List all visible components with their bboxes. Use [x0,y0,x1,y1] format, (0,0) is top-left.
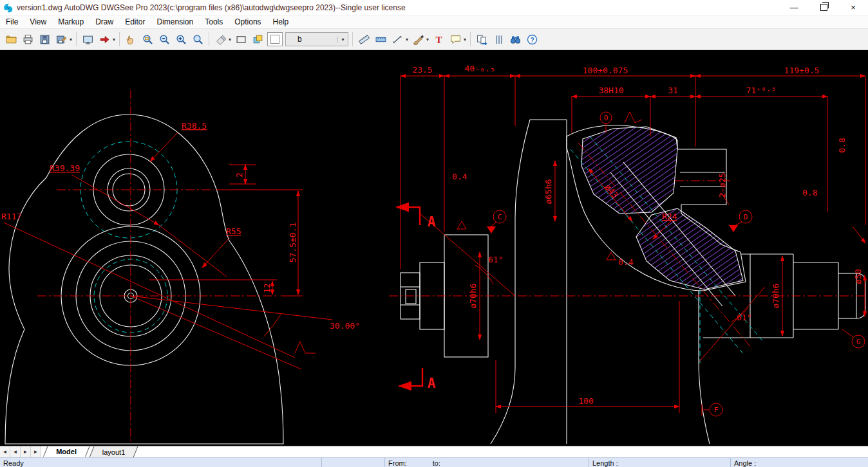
convert-pages-icon [476,34,487,45]
open-button[interactable] [3,31,19,48]
comment-dropdown-arrow-icon[interactable]: ▾ [462,37,467,42]
brush-dropdown-arrow-icon[interactable]: ▾ [425,37,430,42]
drawing-canvas[interactable]: R38.5 R39.39 R117 R55 2 57.5±0.1 12 30.0… [0,50,868,446]
fit-window-button[interactable] [79,31,96,48]
save-dropdown-arrow-icon[interactable]: ▾ [68,37,73,42]
menu-help[interactable]: Help [267,16,295,28]
menu-tools[interactable]: Tools [199,16,229,28]
area-ruler-icon [375,34,386,45]
datum-label: D [744,213,748,221]
tab-model-label: Model [56,448,77,455]
measure-arrow-icon [392,34,403,45]
menu-dimension[interactable]: Dimension [151,16,200,28]
measure-distance-button[interactable] [355,31,372,48]
left-view: R38.5 R39.39 R117 R55 2 57.5±0.1 12 30.0… [1,90,360,444]
menu-editor[interactable]: Editor [119,16,151,28]
dim-label: ø65h6 [543,179,553,204]
menu-file[interactable]: File [0,16,24,28]
status-angle: Angle : [731,458,868,467]
zoom-window-button[interactable] [139,31,156,48]
status-angle-label: Angle : [734,459,756,467]
measure-dropdown-arrow-icon[interactable]: ▾ [404,37,410,42]
dim-label: R24 [662,212,677,221]
maximize-button[interactable] [809,0,838,15]
status-from-label: From: [388,459,407,467]
datum-label: C [498,213,502,221]
layer-color-combo[interactable]: b ▾ [285,32,348,46]
save-markup-button[interactable] [53,31,70,48]
hand-icon [126,34,137,45]
measure-area-button[interactable] [372,31,389,48]
text-button[interactable] [430,31,447,48]
erase-markup-button[interactable] [212,31,229,48]
dim-label: 40₋₀.₃ [465,64,495,73]
zoom-in-icon [176,34,187,45]
pan-button[interactable] [122,31,139,48]
dim-label: 71⁺⁰·⁵ [746,86,777,95]
minimize-button[interactable]: — [779,0,809,15]
dim-label: R39.39 [50,163,80,173]
toolbar: ▾ ▾ ▾ b ▾ ▾ ▾ ▾ [0,28,868,50]
status-bar: Ready From: to: Length : Angle : [0,457,868,467]
toolbar-separator [209,32,209,46]
hatch-lines-icon [493,34,504,45]
dim-label: 61° [488,255,503,264]
toolbar-separator [119,32,120,46]
datum-label: F [714,406,719,414]
tab-nav-first[interactable]: ◄ [0,446,10,457]
dim-label: 57.5±0.1 [288,223,297,263]
dim-label: ø70h6 [771,283,780,308]
printer-icon [23,34,33,45]
print-button[interactable] [19,31,36,48]
status-ready-text: Ready [3,459,24,467]
view-dropdown-arrow-icon[interactable]: ▾ [111,37,117,42]
menu-draw[interactable]: Draw [90,16,119,28]
menu-view[interactable]: View [24,16,52,28]
menu-bar: File View Markup Draw Editor Dimension T… [0,15,868,28]
dim-label: 12 [262,283,272,293]
layers-button[interactable] [249,31,266,48]
help-icon [527,34,538,45]
save-button[interactable] [36,31,53,48]
dwg-drawing: R38.5 R39.39 R117 R55 2 57.5±0.1 12 30.0… [0,50,868,446]
combo-dropdown-arrow-icon[interactable]: ▾ [337,37,348,42]
find-button[interactable] [507,31,524,48]
red-arrow-icon [99,34,110,45]
rectangle-icon [236,34,247,45]
zoom-extents-button[interactable] [189,31,206,48]
close-icon: × [851,3,856,12]
menu-options[interactable]: Options [229,16,267,28]
datum-label: G [856,338,861,346]
status-ready: Ready [0,458,322,467]
tab-nav-last[interactable]: ► [31,446,41,457]
zoom-out-button[interactable] [156,31,173,48]
zoom-in-button[interactable] [173,31,189,48]
tab-layout1[interactable]: layout1 [89,446,138,457]
window-controls: — × [779,0,868,15]
status-length-label: Length : [592,459,618,467]
tab-model[interactable]: Model [43,446,90,457]
erase-dropdown-arrow-icon[interactable]: ▾ [227,37,232,42]
color-swatch-button[interactable] [267,32,283,46]
brush-button[interactable] [410,31,426,48]
measure-angle-button[interactable] [389,31,406,48]
menu-markup[interactable]: Markup [52,16,90,28]
dim-label: 31 [668,86,678,95]
status-from-to: From: to: [385,458,589,467]
window-title: version1.dwg AutoDWG DWGSee Pro 2023(c:\… [17,3,406,12]
help-button[interactable] [524,31,540,48]
rectangle-button[interactable] [232,31,249,48]
zoom-out-icon [159,34,170,45]
tab-nav-next[interactable]: ► [21,446,31,457]
dim-label: 0.4 [618,257,634,267]
convert-button[interactable] [473,31,490,48]
next-view-button[interactable] [96,31,113,48]
tab-nav-prev[interactable]: ◄ [10,446,21,457]
close-button[interactable]: × [838,0,868,15]
hatch-button[interactable] [490,31,507,48]
comment-button[interactable] [447,31,464,48]
eraser-icon [215,34,226,45]
status-length: Length : [589,458,731,467]
hatched-section [636,208,743,289]
dim-label: R55 [226,226,241,236]
